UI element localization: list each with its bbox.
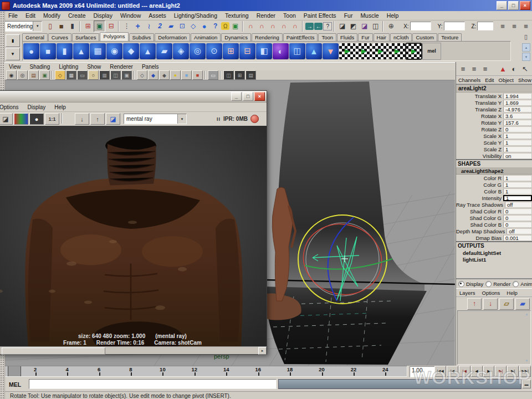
node-name-header[interactable]: areaLight2 (456, 84, 532, 93)
render-icon[interactable]: ◪ (0, 113, 13, 125)
menubar-item[interactable]: Display (89, 12, 116, 19)
panel-menu-item[interactable]: Lighting (54, 64, 83, 70)
render-view-scrollbar[interactable]: ▸ (0, 346, 267, 354)
channel-box-menu-item[interactable]: Show (516, 77, 532, 83)
layer-list[interactable]: ▲▼ (457, 310, 531, 365)
shelf-tab[interactable]: Deformation (155, 33, 190, 41)
save-scene-icon[interactable]: ▮ (67, 21, 78, 32)
layer-move-up-icon[interactable]: ↑ (467, 298, 482, 310)
layer-move-down-icon[interactable]: ↓ (483, 298, 498, 310)
channel-value-field[interactable]: -4.976 (503, 106, 532, 112)
play-backwards-button[interactable]: ◀ (471, 366, 483, 377)
image-plane-icon[interactable]: ▣ (39, 70, 50, 80)
render-view-menu-item[interactable]: Display (23, 104, 50, 110)
poly-cone-icon[interactable]: ▲ (73, 43, 89, 59)
panel-menu-item[interactable]: View (4, 64, 25, 70)
hypergraph-icon[interactable]: ▤ (245, 70, 256, 80)
viewport-separator[interactable] (132, 71, 136, 79)
remove-image-icon[interactable]: ↑ (90, 113, 105, 125)
layer-menu-item[interactable]: Layers (456, 290, 479, 296)
shelf-tab[interactable]: Animation (191, 33, 221, 41)
menubar-item[interactable]: Window (116, 12, 145, 19)
step-back-frame-button[interactable]: |◀ (447, 366, 458, 377)
channel-label[interactable]: Translate Y (456, 100, 503, 106)
time-slider[interactable]: 24681012141618202224 (4, 366, 407, 377)
keep-image-icon[interactable]: ↓ (75, 113, 89, 125)
channel-label[interactable]: Color G (456, 182, 503, 188)
range-slider[interactable] (278, 379, 521, 389)
render-settings-icon[interactable]: ◫ (370, 21, 381, 32)
viewport-separator[interactable] (219, 71, 223, 79)
snap-point-icon[interactable]: ∩ (268, 21, 278, 32)
rgb-channels-icon[interactable] (14, 113, 28, 125)
snap-together-icon[interactable]: ▣ (230, 21, 241, 32)
poly-pipe-icon[interactable]: ▰ (156, 43, 172, 59)
open-render-settings-icon[interactable]: ◪ (106, 113, 120, 125)
viewport-separator[interactable] (203, 71, 207, 79)
channel-value-field[interactable]: on (503, 153, 532, 159)
menubar-item[interactable]: Paint Effects (300, 12, 340, 19)
scrollbar-thumb[interactable] (2, 347, 105, 355)
shelf-tab[interactable]: Dynamics (221, 33, 251, 41)
shadows-icon[interactable]: ■ (181, 70, 192, 80)
render-view-icon[interactable]: ◪ (337, 21, 347, 32)
channel-label[interactable]: Rotate X (456, 113, 503, 119)
layer-mode-radio[interactable]: Anim (513, 281, 532, 287)
channel-label[interactable]: Intensity (456, 195, 503, 201)
extract-icon[interactable]: ◧ (256, 43, 272, 59)
channel-value-field[interactable]: 1 (503, 195, 532, 201)
layer-scroll-down-icon[interactable]: ▼ (525, 359, 529, 362)
output-connections-icon[interactable]: ← (314, 23, 323, 30)
render-view-menu-item[interactable]: Options (0, 104, 23, 110)
channel-box-layout-icon[interactable]: ≡ (458, 64, 468, 74)
rv-maximize-button[interactable]: □ (243, 92, 253, 101)
bookmark-icon[interactable]: ▤ (28, 70, 39, 80)
shelf-scroll-up-icon[interactable]: ▲ (522, 43, 530, 52)
ipr-stop-button[interactable] (250, 115, 259, 123)
channel-value-field[interactable]: 1.869 (503, 100, 532, 106)
poly-soccer-icon[interactable]: ◎ (190, 43, 206, 59)
ipr-render-icon[interactable]: ◪ (359, 21, 370, 32)
menubar-item[interactable]: Create (64, 12, 90, 19)
channel-label[interactable]: Scale X (456, 133, 503, 139)
select-hierarchy-icon[interactable]: ⊞ (83, 21, 93, 32)
paint-select-tool-icon[interactable]: 2 (155, 21, 165, 32)
toolbar-separator[interactable] (301, 21, 305, 32)
panel-menu-item[interactable]: Show (83, 64, 105, 70)
channel-label[interactable]: Ray Trace Shadows (456, 202, 505, 208)
channel-label[interactable]: Shad Color R (456, 208, 503, 214)
channel-value-field[interactable]: 1.994 (503, 93, 532, 99)
output-node[interactable]: lightList1 (456, 256, 532, 263)
safe-action-icon[interactable]: ▣ (121, 70, 132, 80)
current-time-field[interactable]: 1.00 (410, 366, 436, 377)
poly-prism-icon[interactable]: ◆ (123, 43, 139, 59)
alpha-channel-icon[interactable]: ● (29, 113, 44, 125)
channel-value-field[interactable]: 0 (503, 208, 532, 214)
animation-preferences-button[interactable]: ▬ (522, 380, 531, 388)
pause-icon[interactable]: II (217, 116, 221, 122)
rendered-image-area[interactable]: size: 640 480 zoom: 1.000(mental ray) Fr… (0, 126, 267, 347)
resolution-gate-icon[interactable]: ○ (88, 70, 99, 80)
play-forwards-button[interactable]: ▶ (483, 366, 495, 377)
menubar-item[interactable]: Help (383, 12, 403, 19)
menubar-item[interactable]: Edit (22, 12, 39, 19)
panel-layout-icon[interactable]: ◫ (223, 70, 234, 80)
boolean-icon[interactable]: ◐ (273, 43, 289, 59)
menubar-item[interactable]: Lighting/Shading (170, 12, 221, 19)
coord-input[interactable] (477, 22, 493, 30)
go-to-end-button[interactable]: ▶▶| (519, 366, 531, 377)
channel-value-field[interactable]: 1 (503, 175, 532, 181)
tool-settings-toggle[interactable]: ≡ (509, 21, 519, 31)
reduce-icon[interactable]: ▼ (323, 43, 339, 59)
layer-menu-item[interactable]: Help (503, 290, 521, 296)
select-component-icon[interactable]: ⊟ (106, 21, 116, 32)
uv-spherical-icon[interactable]: ▶ (372, 43, 388, 59)
menubar-item[interactable]: File (4, 12, 22, 19)
channel-label[interactable]: Color B (456, 188, 503, 195)
highlight-selection-icon[interactable]: ⋮ (121, 21, 132, 32)
gate-mask-icon[interactable]: ▦ (99, 70, 110, 80)
close-button[interactable]: × (520, 1, 530, 10)
construction-history-icon[interactable]: ? (323, 22, 332, 30)
go-to-start-button[interactable]: |◀◀ (434, 366, 446, 377)
input-mode-icon[interactable]: ⊕ (386, 21, 396, 32)
